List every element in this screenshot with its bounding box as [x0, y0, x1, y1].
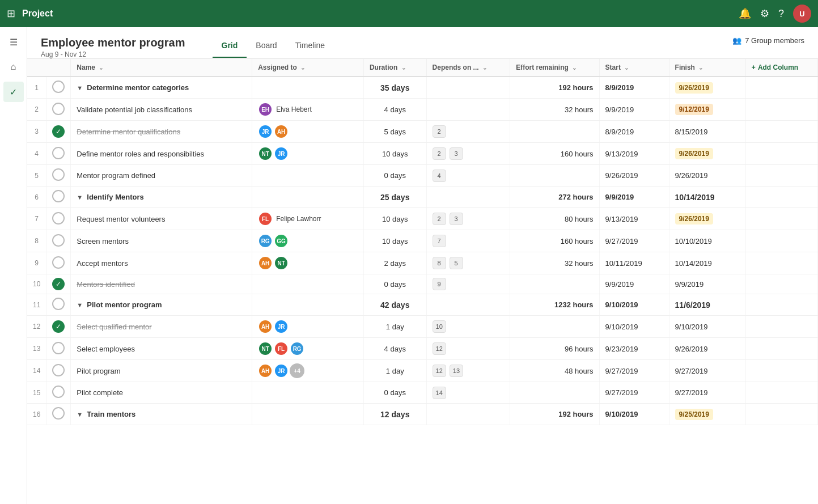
- extra-cell: [745, 360, 817, 382]
- row-checkbox[interactable]: [46, 143, 71, 165]
- collapse-icon[interactable]: ▼: [77, 194, 84, 201]
- effort-cell: [510, 274, 599, 294]
- col-finish[interactable]: Finish ⌄: [669, 59, 745, 77]
- row-checkbox[interactable]: [46, 165, 71, 187]
- row-checkbox[interactable]: [46, 360, 71, 382]
- waffle-icon[interactable]: ⊞: [7, 7, 15, 20]
- duration-cell: 10 days: [363, 208, 426, 230]
- avatar-group: AHNT: [258, 256, 358, 270]
- empty-check[interactable]: [52, 147, 65, 159]
- task-name-cell[interactable]: Accept mentors: [71, 252, 252, 274]
- row-checkbox[interactable]: [46, 99, 71, 121]
- start-date: 9/10/2019: [605, 300, 638, 309]
- empty-check[interactable]: [52, 298, 65, 310]
- finish-cell: 9/26/2019: [669, 165, 745, 187]
- empty-check[interactable]: [52, 364, 65, 376]
- table-row: 10✓Mentors identified0 days99/9/20199/9/…: [27, 274, 818, 294]
- done-check[interactable]: ✓: [52, 320, 65, 333]
- depends-badges: 4: [433, 170, 505, 182]
- sidebar-item-menu[interactable]: ☰: [3, 32, 24, 52]
- duration-label: 10 days: [382, 215, 408, 223]
- task-name-cell[interactable]: Determine mentor qualifications: [71, 121, 252, 143]
- done-check[interactable]: ✓: [52, 278, 65, 290]
- empty-check[interactable]: [52, 342, 65, 354]
- task-name-cell[interactable]: Request mentor volunteers: [71, 208, 252, 230]
- group-members-button[interactable]: 👥 7 Group members: [732, 36, 804, 52]
- row-number: 6: [27, 187, 46, 208]
- start-cell: 9/13/2019: [599, 208, 669, 230]
- empty-check[interactable]: [52, 256, 65, 269]
- extra-cell: [745, 294, 817, 316]
- empty-check[interactable]: [52, 407, 65, 420]
- row-checkbox[interactable]: [46, 252, 71, 274]
- task-name-cell[interactable]: Define mentor roles and responsibilties: [71, 143, 252, 165]
- dep-badge: 12: [433, 365, 446, 377]
- col-effort[interactable]: Effort remaining ⌄: [510, 59, 599, 77]
- col-duration[interactable]: Duration ⌄: [363, 59, 426, 77]
- task-name-cell[interactable]: ▼ Pilot mentor program: [71, 294, 252, 316]
- tab-timeline[interactable]: Timeline: [286, 36, 334, 58]
- sidebar-item-tasks[interactable]: ✓: [3, 82, 24, 102]
- empty-check[interactable]: [52, 168, 65, 181]
- row-number: 9: [27, 252, 46, 274]
- row-checkbox[interactable]: [46, 404, 71, 425]
- done-check[interactable]: ✓: [52, 125, 65, 138]
- settings-icon[interactable]: ⚙: [760, 7, 769, 20]
- row-checkbox[interactable]: ✓: [46, 316, 71, 338]
- row-number: 3: [27, 121, 46, 143]
- row-checkbox[interactable]: [46, 230, 71, 252]
- finish-date: 9/10/2019: [675, 323, 708, 331]
- row-checkbox[interactable]: ✓: [46, 121, 71, 143]
- task-name-cell[interactable]: Pilot program: [71, 360, 252, 382]
- help-icon[interactable]: ?: [778, 8, 784, 20]
- finish-cell: 8/15/2019: [669, 121, 745, 143]
- task-name-cell[interactable]: Pilot complete: [71, 382, 252, 404]
- collapse-icon[interactable]: ▼: [77, 302, 84, 308]
- empty-check[interactable]: [52, 81, 65, 93]
- row-checkbox[interactable]: [46, 187, 71, 208]
- row-checkbox[interactable]: [46, 382, 71, 404]
- empty-check[interactable]: [52, 212, 65, 225]
- tab-grid[interactable]: Grid: [213, 36, 247, 58]
- user-avatar[interactable]: U: [793, 5, 811, 23]
- row-checkbox[interactable]: [46, 294, 71, 316]
- col-add[interactable]: + Add Column: [745, 59, 817, 77]
- task-name-cell[interactable]: ▼ Train mentors: [71, 404, 252, 425]
- collapse-icon[interactable]: ▼: [77, 411, 84, 418]
- col-assigned[interactable]: Assigned to ⌄: [252, 59, 364, 77]
- col-depends[interactable]: Depends on ... ⌄: [426, 59, 510, 77]
- task-name-cell[interactable]: ▼ Identify Mentors: [71, 187, 252, 208]
- sidebar-item-home[interactable]: ⌂: [3, 57, 24, 77]
- task-name-cell[interactable]: ▼ Determine mentor categories: [71, 77, 252, 99]
- finish-cell: 9/9/2019: [669, 274, 745, 294]
- extra-cell: [745, 382, 817, 404]
- task-name-label: Select employees: [77, 345, 135, 353]
- task-name-cell[interactable]: Validate potential job classifications: [71, 99, 252, 121]
- finish-date: 8/15/2019: [675, 128, 708, 136]
- start-date: 9/10/2019: [605, 323, 638, 331]
- task-name-cell[interactable]: Select employees: [71, 338, 252, 360]
- task-name-cell[interactable]: Screen mentors: [71, 230, 252, 252]
- finish-date: 9/26/2019: [675, 82, 713, 94]
- notifications-icon[interactable]: 🔔: [739, 7, 751, 20]
- duration-cell: 25 days: [363, 187, 426, 208]
- col-start[interactable]: Start ⌄: [599, 59, 669, 77]
- assigned-cell: RGGG: [252, 230, 364, 252]
- task-name-cell[interactable]: Mentor program defined: [71, 165, 252, 187]
- col-name[interactable]: Name ⌄: [71, 59, 252, 77]
- add-column-button[interactable]: + Add Column: [752, 63, 812, 71]
- task-name-cell[interactable]: Mentors identified: [71, 274, 252, 294]
- assigned-cell: [252, 404, 364, 425]
- row-checkbox[interactable]: [46, 338, 71, 360]
- tab-board[interactable]: Board: [247, 36, 286, 58]
- row-checkbox[interactable]: ✓: [46, 274, 71, 294]
- row-checkbox[interactable]: [46, 77, 71, 99]
- empty-check[interactable]: [52, 386, 65, 398]
- empty-check[interactable]: [52, 190, 65, 202]
- task-name-label: Define mentor roles and responsibilties: [77, 150, 204, 158]
- collapse-icon[interactable]: ▼: [77, 84, 84, 91]
- empty-check[interactable]: [52, 103, 65, 115]
- row-checkbox[interactable]: [46, 208, 71, 230]
- empty-check[interactable]: [52, 234, 65, 247]
- task-name-cell[interactable]: Select qualified mentor: [71, 316, 252, 338]
